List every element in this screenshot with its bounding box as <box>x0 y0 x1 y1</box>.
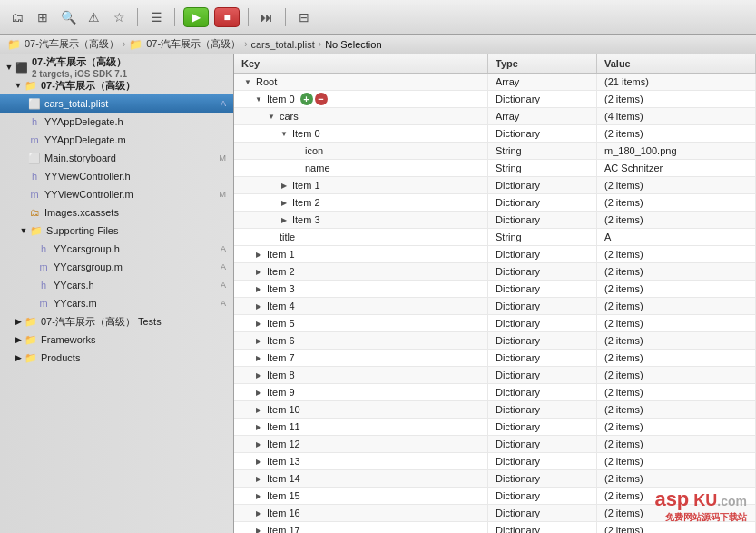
plist-table[interactable]: Key Type Value ▼ Root Array (21 items) ▼… <box>234 54 756 533</box>
expand-item8[interactable]: ▶ <box>252 369 265 381</box>
key-item8[interactable]: ▶ Item 8 <box>234 367 488 383</box>
expand-item15[interactable]: ▶ <box>252 489 265 502</box>
expand-item10[interactable]: ▶ <box>252 403 265 416</box>
sidebar-group[interactable]: ▼ 📁 07-汽车展示（高级） <box>0 76 233 94</box>
expand-cars-item0[interactable]: ▼ <box>278 127 290 140</box>
key-item10[interactable]: ▶ Item 10 <box>234 401 488 418</box>
key-item9[interactable]: ▶ Item 9 <box>234 384 488 400</box>
expand-item12[interactable]: ▶ <box>252 438 265 450</box>
add-button[interactable]: + <box>300 93 313 105</box>
sidebar-item-yyviewcontroller-h[interactable]: h YYViewController.h <box>0 167 233 185</box>
expand-cars-item1[interactable]: ▶ <box>278 179 290 192</box>
forward-icon[interactable]: ⏭ <box>257 7 277 27</box>
sidebar-item-yyappdelegate-h[interactable]: h YYAppDelegate.h <box>0 113 233 131</box>
folder-icon[interactable]: 🗂 <box>7 7 27 27</box>
expand-item3[interactable]: ▶ <box>252 282 265 295</box>
remove-button[interactable]: − <box>315 93 328 105</box>
sidebar-item-yyviewcontroller-m[interactable]: m YYViewController.m M <box>0 185 233 203</box>
breadcrumb-group[interactable]: 07-汽车展示（高级） <box>146 37 241 51</box>
expand-item16[interactable]: ▶ <box>252 507 265 519</box>
key-label: Item 12 <box>267 439 300 449</box>
expand-cars[interactable]: ▼ <box>265 110 278 123</box>
h-icon-3: h <box>36 242 51 256</box>
warning-icon[interactable]: ⚠ <box>83 7 103 27</box>
table-row: icon String m_180_100.png <box>234 143 756 160</box>
key-item2[interactable]: ▶ Item 2 <box>234 263 488 280</box>
expand-item7[interactable]: ▶ <box>252 351 265 364</box>
key-cars-item1[interactable]: ▶ Item 1 <box>234 177 488 193</box>
expand-item0[interactable]: ▼ <box>252 93 265 105</box>
key-item14[interactable]: ▶ Item 14 <box>234 470 488 487</box>
key-item11[interactable]: ▶ Item 11 <box>234 419 488 435</box>
key-root[interactable]: ▼ Root <box>234 74 488 90</box>
table-row: ▼ Item 0 + − Dictionary (2 items) <box>234 91 756 108</box>
sidebar-frameworks[interactable]: ▶ 📁 Frameworks <box>0 331 233 349</box>
sidebar-item-yycarsgroup-h[interactable]: h YYcarsgroup.h A <box>0 240 233 258</box>
key-label: Root <box>256 76 277 87</box>
table-row: ▶ Item 1 Dictionary (2 items) <box>234 177 756 194</box>
sidebar-project[interactable]: ▼ ⬛ 07-汽车展示（高级） 2 targets, iOS SDK 7.1 <box>0 58 233 76</box>
key-item1[interactable]: ▶ Item 1 <box>234 246 488 262</box>
expand-item2[interactable]: ▶ <box>252 265 265 278</box>
key-title[interactable]: title <box>234 229 488 245</box>
key-item0[interactable]: ▼ Item 0 + − <box>234 91 488 107</box>
run-button[interactable]: ▶ <box>183 7 209 27</box>
sidebar-file-label: YYcarsgroup.m <box>54 262 123 272</box>
star-icon[interactable]: ☆ <box>109 7 129 27</box>
key-item13[interactable]: ▶ Item 13 <box>234 453 488 469</box>
expand-item6[interactable]: ▶ <box>252 334 265 347</box>
sidebar-file-label: Images.xcassets <box>44 207 119 218</box>
sidebar-item-main-storyboard[interactable]: ⬜ Main.storyboard M <box>0 149 233 167</box>
key-item4[interactable]: ▶ Item 4 <box>234 298 488 314</box>
expand-item13[interactable]: ▶ <box>252 455 265 468</box>
key-item3[interactable]: ▶ Item 3 <box>234 281 488 297</box>
sidebar-item-yycars-h[interactable]: h YYcars.h A <box>0 276 233 294</box>
table-row: ▶ Item 5 Dictionary (2 items) <box>234 315 756 332</box>
sidebar-item-images-xcassets[interactable]: 🗂 Images.xcassets <box>0 203 233 222</box>
stop-button[interactable]: ■ <box>214 7 240 27</box>
key-cars-item3[interactable]: ▶ Item 3 <box>234 212 488 228</box>
expand-item11[interactable]: ▶ <box>252 420 265 433</box>
breadcrumb-project[interactable]: 07-汽车展示（高级） <box>25 37 119 51</box>
key-item7[interactable]: ▶ Item 7 <box>234 350 488 366</box>
sidebar-supporting-files[interactable]: ▼ 📁 Supporting Files <box>0 222 233 240</box>
expand-item17[interactable]: ▶ <box>252 524 265 533</box>
value-title: A <box>597 229 756 245</box>
type-cars-item3: Dictionary <box>488 212 597 228</box>
list-icon[interactable]: ☰ <box>146 7 166 27</box>
key-icon[interactable]: icon <box>234 143 488 159</box>
sidebar-item-yycarsgroup-m[interactable]: m YYcarsgroup.m A <box>0 258 233 276</box>
key-name[interactable]: name <box>234 160 488 176</box>
table-row: ▶ Item 6 Dictionary (2 items) <box>234 332 756 350</box>
expand-item5[interactable]: ▶ <box>252 317 265 330</box>
search-icon[interactable]: 🔍 <box>58 7 78 27</box>
key-item5[interactable]: ▶ Item 5 <box>234 315 488 331</box>
toggle-icon[interactable]: ⊟ <box>294 7 314 27</box>
plist-icon: ⬜ <box>27 96 42 111</box>
sidebar-item-yyappdelegate-m[interactable]: m YYAppDelegate.m <box>0 131 233 149</box>
key-cars-item0[interactable]: ▼ Item 0 <box>234 125 488 142</box>
table-row: name String AC Schnitzer <box>234 160 756 177</box>
expand-item14[interactable]: ▶ <box>252 472 265 485</box>
breadcrumb-file[interactable]: cars_total.plist <box>251 39 315 50</box>
key-cars[interactable]: ▼ cars <box>234 108 488 124</box>
sidebar-item-cars-total-plist[interactable]: ⬜ cars_total.plist A <box>0 94 233 113</box>
sidebar-item-yycars-m[interactable]: m YYcars.m A <box>0 294 233 312</box>
sidebar-products[interactable]: ▶ 📁 Products <box>0 349 233 367</box>
key-item16[interactable]: ▶ Item 16 <box>234 505 488 521</box>
expand-item4[interactable]: ▶ <box>252 300 265 312</box>
grid-icon[interactable]: ⊞ <box>33 7 53 27</box>
key-item17[interactable]: ▶ Item 17 <box>234 522 488 533</box>
expand-item9[interactable]: ▶ <box>252 386 265 399</box>
expand-root[interactable]: ▼ <box>241 75 254 88</box>
sidebar-tests[interactable]: ▶ 📁 07-汽车展示（高级） Tests <box>0 312 233 331</box>
key-item15[interactable]: ▶ Item 15 <box>234 488 488 504</box>
expand-cars-item2[interactable]: ▶ <box>278 196 290 209</box>
key-cars-item2[interactable]: ▶ Item 2 <box>234 194 488 211</box>
badge-a2: A <box>221 244 230 253</box>
expand-cars-item3[interactable]: ▶ <box>278 213 290 226</box>
expand-item1[interactable]: ▶ <box>252 248 265 261</box>
key-label: Item 1 <box>292 180 320 191</box>
key-item6[interactable]: ▶ Item 6 <box>234 332 488 349</box>
key-item12[interactable]: ▶ Item 12 <box>234 436 488 452</box>
